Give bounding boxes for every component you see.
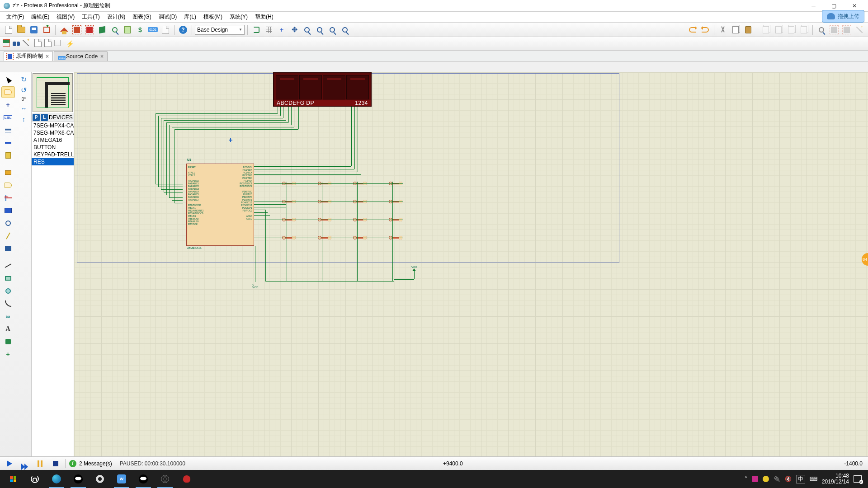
zoom-all-button[interactable] xyxy=(326,24,338,36)
label-mode[interactable]: LBL xyxy=(2,112,14,123)
zoom-in-button[interactable] xyxy=(301,24,313,36)
pick-button[interactable] xyxy=(816,24,827,36)
seven-segment-display[interactable]: ABCDEFG DP 1234 xyxy=(273,72,372,107)
bus-mode[interactable] xyxy=(2,137,14,148)
libraries-button[interactable]: L xyxy=(41,114,48,121)
tray-keyboard-icon[interactable]: ⌨ xyxy=(810,476,817,482)
sim-step-button[interactable] xyxy=(19,459,31,469)
selection-mode[interactable] xyxy=(2,74,14,85)
flip-v-button[interactable]: ↕ xyxy=(19,114,29,124)
3d-button[interactable] xyxy=(96,24,108,36)
minimize-button[interactable]: ─ xyxy=(803,0,824,12)
copy-button[interactable] xyxy=(730,24,741,36)
sim-stop-button[interactable] xyxy=(50,459,61,469)
remove-sheet-button[interactable] xyxy=(44,39,52,48)
tab-schematic-close[interactable]: × xyxy=(46,53,49,60)
wire-autoroute-button[interactable] xyxy=(3,39,10,48)
junction-mode[interactable]: + xyxy=(2,99,14,110)
block-move-button[interactable] xyxy=(773,24,784,36)
start-button[interactable] xyxy=(3,470,24,488)
list-item[interactable]: 7SEG-MPX4-CA xyxy=(32,122,74,129)
pick-devices-button[interactable]: P xyxy=(33,114,40,121)
menu-help[interactable]: 帮助(H) xyxy=(251,12,277,22)
bom-button[interactable] xyxy=(122,24,133,36)
menu-file[interactable]: 文件(F) xyxy=(3,12,28,22)
flip-h-button[interactable]: ↔ xyxy=(19,103,29,113)
make-device-button[interactable] xyxy=(828,24,840,36)
task-proteus[interactable] xyxy=(155,470,175,488)
subcircuit-mode[interactable] xyxy=(2,150,14,161)
tray-sync-icon[interactable] xyxy=(763,476,769,482)
status-messages[interactable]: i 2 Message(s) xyxy=(69,460,112,467)
sim-pause-button[interactable] xyxy=(34,459,46,469)
marker-mode[interactable]: + xyxy=(2,349,14,360)
box-mode[interactable] xyxy=(2,273,14,284)
origin-button[interactable]: + xyxy=(276,24,288,36)
graph-mode[interactable] xyxy=(2,192,14,203)
menu-view[interactable]: 视图(V) xyxy=(53,12,78,22)
design-config-combo[interactable]: Base Design ▼ xyxy=(195,25,245,35)
task-cortana[interactable] xyxy=(24,470,45,488)
redo-button[interactable] xyxy=(699,24,711,36)
packaging-button[interactable] xyxy=(841,24,853,36)
refresh-button[interactable] xyxy=(250,24,262,36)
text-script-mode[interactable] xyxy=(2,125,14,136)
list-item[interactable]: RES xyxy=(32,158,74,165)
source-button[interactable]: 0101 xyxy=(147,24,159,36)
menu-debug[interactable]: 调试(D) xyxy=(155,12,181,22)
search-button[interactable] xyxy=(13,42,20,46)
task-edge[interactable] xyxy=(46,470,67,488)
tray-app-icon[interactable] xyxy=(752,476,758,482)
property-button[interactable] xyxy=(23,40,29,47)
home-button[interactable] xyxy=(58,24,70,36)
task-wps[interactable]: W xyxy=(111,470,132,488)
arc-mode[interactable] xyxy=(2,298,14,309)
undo-button[interactable] xyxy=(687,24,698,36)
keypad-matrix[interactable] xyxy=(282,182,404,249)
block-copy-button[interactable] xyxy=(760,24,772,36)
menu-library[interactable]: 库(L) xyxy=(180,12,200,22)
dollar-button[interactable]: $ xyxy=(134,24,146,36)
tab-source[interactable]: 0101 Source Code × xyxy=(54,51,108,61)
list-item[interactable]: 7SEG-MPX6-CA xyxy=(32,129,74,136)
cloud-upload-badge[interactable]: 拖拽上传 xyxy=(822,10,864,23)
rotate-ccw-button[interactable]: ↺ xyxy=(19,85,29,95)
save-button[interactable] xyxy=(28,24,40,36)
list-item[interactable]: ATMEGA16 xyxy=(32,136,74,144)
list-item[interactable]: KEYPAD-TRELLIS xyxy=(32,151,74,158)
tray-chevron[interactable]: ˄ xyxy=(745,476,747,482)
schematic-canvas[interactable]: ABCDEFG DP 1234 xyxy=(74,72,868,474)
zoom-area-button[interactable] xyxy=(339,24,351,36)
open-button[interactable] xyxy=(15,24,27,36)
cut-button[interactable] xyxy=(717,24,729,36)
task-qq[interactable] xyxy=(68,470,89,488)
menu-chart[interactable]: 图表(G) xyxy=(129,12,155,22)
tray-volume-icon[interactable]: 🔇 xyxy=(785,476,792,482)
task-ladybug[interactable] xyxy=(176,470,197,488)
new-sheet-button[interactable] xyxy=(34,39,42,48)
zoom-out-button[interactable] xyxy=(314,24,326,36)
menu-design[interactable]: 设计(N) xyxy=(104,12,129,22)
tape-mode[interactable] xyxy=(2,205,14,216)
notifications-button[interactable]: 2 xyxy=(854,475,862,483)
goto-sheet-button[interactable] xyxy=(54,40,61,47)
tab-schematic[interactable]: 原理图绘制 × xyxy=(4,51,53,61)
component-mode[interactable] xyxy=(2,87,14,98)
terminal-mode[interactable] xyxy=(2,167,14,178)
menu-system[interactable]: 系统(Y) xyxy=(226,12,251,22)
block-rotate-button[interactable] xyxy=(785,24,797,36)
list-item[interactable]: BUTTON xyxy=(32,144,74,151)
pan-button[interactable]: ✥ xyxy=(288,24,300,36)
line-mode[interactable] xyxy=(2,260,14,271)
sim-play-button[interactable] xyxy=(4,459,15,469)
overview-preview[interactable] xyxy=(33,73,73,112)
text-mode[interactable]: A xyxy=(2,324,14,334)
tab-source-close[interactable]: × xyxy=(100,53,104,60)
tray-ime[interactable]: 中 xyxy=(796,475,805,483)
tray-power-icon[interactable]: 🔌 xyxy=(774,476,780,482)
decompose-button[interactable] xyxy=(854,24,865,36)
grid-button[interactable] xyxy=(263,24,275,36)
import-button[interactable] xyxy=(41,24,52,36)
circle-mode[interactable] xyxy=(2,286,14,296)
schematic-button[interactable] xyxy=(71,24,83,36)
